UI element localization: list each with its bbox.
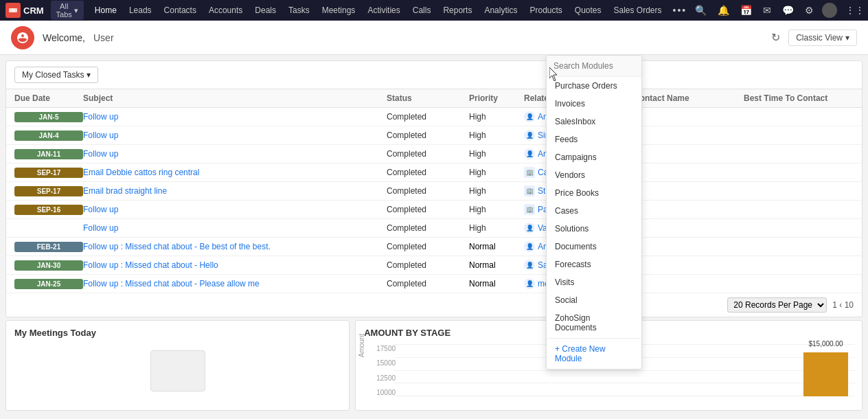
crm-logo[interactable]: CRM	[5, 3, 44, 18]
settings-icon[interactable]: ⚙	[802, 3, 816, 17]
all-tabs-button[interactable]: All Tabs ▾	[51, 1, 84, 20]
col-contact-name: Contact Name	[634, 93, 744, 103]
table-row: SEP-17 Email Debbie cattos ring central …	[6, 163, 862, 182]
company-icon: 🏢	[524, 167, 535, 178]
nav-item-analytics[interactable]: Analytics	[479, 3, 523, 18]
contact-icon: 👤	[524, 223, 535, 234]
module-item-price-books[interactable]: Price Books	[547, 184, 641, 202]
pagination-row: 20 Records Per Page 1 ‹ 10	[6, 293, 862, 317]
content-area: My Closed Tasks ▾ Due Date Subject Statu…	[0, 55, 868, 419]
nav-item-activities[interactable]: Activities	[362, 3, 405, 18]
nav-item-tasks[interactable]: Tasks	[283, 3, 315, 18]
chart-grid-line	[393, 396, 855, 396]
subject-link[interactable]: Follow up	[83, 223, 387, 233]
date-badge: JAN-11	[14, 149, 83, 159]
subject-link[interactable]: Follow up : Missed chat about - Please a…	[83, 279, 387, 288]
module-item-visits[interactable]: Visits	[547, 273, 641, 291]
chart-bar: $15,000.00	[803, 352, 848, 397]
search-icon[interactable]: 🔍	[692, 3, 709, 17]
chart-bar-label: $15,000.00	[803, 340, 848, 348]
welcome-text: Welcome,	[43, 32, 85, 43]
module-item-feeds[interactable]: Feeds	[547, 131, 641, 148]
priority-cell: Normal	[469, 260, 524, 270]
nav-item-meetings[interactable]: Meetings	[317, 3, 361, 18]
nav-item-products[interactable]: Products	[524, 3, 567, 18]
chart-grid-line	[393, 370, 855, 371]
calendar-icon[interactable]: 📅	[738, 3, 755, 17]
grid-icon[interactable]: ⋮⋮	[843, 3, 867, 17]
module-item-cases[interactable]: Cases	[547, 202, 641, 220]
nav-item-reports[interactable]: Reports	[437, 3, 477, 18]
subject-link[interactable]: Follow up	[83, 112, 387, 122]
module-item-solutions[interactable]: Solutions	[547, 220, 641, 238]
module-item-vendors[interactable]: Vendors	[547, 166, 641, 184]
email-icon[interactable]: ✉	[760, 3, 774, 17]
contact-icon: 👤	[524, 148, 535, 159]
nav-item-home[interactable]: Home	[89, 3, 122, 18]
search-modules-input[interactable]	[547, 56, 641, 77]
meeting-placeholder-graphic	[150, 350, 205, 392]
table-row: SEP-17 Email brad straight line Complete…	[6, 182, 862, 201]
meetings-panel: My Meetings Today	[5, 320, 350, 411]
date-badge: SEP-17	[14, 186, 83, 196]
table-row: JAN-11 Follow up Completed High 👤Arie Sm…	[6, 145, 862, 163]
module-item-social[interactable]: Social	[547, 291, 641, 309]
subject-link[interactable]: Follow up : Missed chat about - Hello	[83, 260, 387, 270]
subject-link[interactable]: Follow up : Missed chat about - Be best …	[83, 242, 387, 251]
company-icon: 🏢	[524, 204, 535, 215]
nav-item-contacts[interactable]: Contacts	[159, 3, 202, 18]
nav-item-accounts[interactable]: Accounts	[203, 3, 248, 18]
col-due-date: Due Date	[14, 93, 83, 103]
col-best-time: Best Time To Contact	[744, 93, 854, 103]
subject-link[interactable]: Email brad straight line	[83, 186, 387, 196]
priority-cell: High	[469, 168, 524, 177]
chart-grid-line	[393, 383, 855, 383]
closed-tasks-filter-button[interactable]: My Closed Tasks ▾	[14, 67, 98, 83]
module-item-campaigns[interactable]: Campaigns	[547, 148, 641, 166]
subject-link[interactable]: Email Debbie cattos ring central	[83, 168, 387, 177]
chat-icon[interactable]: 💬	[779, 3, 797, 17]
classic-view-button[interactable]: Classic View ▾	[788, 30, 857, 46]
bottom-panels: My Meetings Today AMOUNT BY STAGE 17500 …	[0, 320, 868, 416]
subject-link[interactable]: Follow up	[83, 205, 387, 214]
contact-icon: 👤	[524, 278, 535, 289]
col-subject: Subject	[83, 93, 387, 103]
status-cell: Completed	[387, 223, 469, 233]
date-badge: JAN-25	[14, 279, 83, 289]
nav-item-leads[interactable]: Leads	[124, 3, 157, 18]
nav-more-button[interactable]: •••	[669, 2, 692, 19]
nav-item-quotes[interactable]: Quotes	[569, 3, 607, 18]
module-item-zohosign-docs[interactable]: ZohoSign Documents	[547, 309, 641, 337]
table-row: Follow up Completed High 👤Varthet Kh	[6, 219, 862, 238]
per-page-select[interactable]: 20 Records Per Page	[727, 297, 827, 313]
date-badge: FEB-21	[14, 242, 83, 252]
create-new-module-link[interactable]: + Create New Module	[547, 338, 641, 369]
all-tabs-chevron: ▾	[74, 6, 78, 15]
col-status: Status	[387, 93, 469, 103]
module-item-purchase-orders[interactable]: Purchase Orders	[547, 77, 641, 95]
table-row: JAN-30 Follow up : Missed chat about - H…	[6, 256, 862, 275]
status-cell: Completed	[387, 242, 469, 251]
module-item-forecasts[interactable]: Forecasts	[547, 256, 641, 273]
date-badge: JAN-4	[14, 131, 83, 141]
priority-cell: High	[469, 223, 524, 233]
priority-cell: High	[469, 205, 524, 214]
sub-header: Welcome, User ↻ Classic View ▾	[0, 21, 868, 55]
nav-item-calls[interactable]: Calls	[407, 3, 437, 18]
notification-icon[interactable]: 🔔	[715, 3, 732, 17]
module-item-invoices[interactable]: Invoices	[547, 95, 641, 113]
module-item-documents[interactable]: Documents	[547, 238, 641, 256]
user-avatar[interactable]	[822, 3, 837, 18]
status-cell: Completed	[387, 279, 469, 288]
company-icon: 🏢	[524, 185, 535, 196]
status-cell: Completed	[387, 260, 469, 270]
pagination-info: 1 ‹ 10	[832, 300, 854, 310]
refresh-button[interactable]: ↻	[771, 31, 780, 44]
nav-item-deals[interactable]: Deals	[249, 3, 282, 18]
module-item-salesinbox[interactable]: SalesInbox	[547, 113, 641, 131]
subject-link[interactable]: Follow up	[83, 131, 387, 140]
classic-view-chevron: ▾	[845, 33, 849, 43]
status-cell: Completed	[387, 131, 469, 140]
subject-link[interactable]: Follow up	[83, 149, 387, 159]
nav-item-sales-orders[interactable]: Sales Orders	[608, 3, 667, 18]
